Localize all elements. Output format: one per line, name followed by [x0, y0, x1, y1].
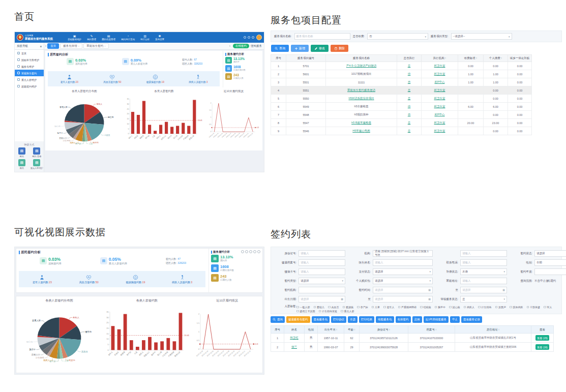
table-row[interactable]: 85547 h5 B超常规检查 是 村卫生室 20.0023.000.00: [271, 119, 532, 127]
person-name-link[interactable]: 韩卫红: [290, 336, 299, 339]
checkbox[interactable]: [527, 306, 529, 309]
tab-1[interactable]: 服务包管理×: [60, 43, 82, 49]
sidebar-item-5[interactable]: 超期退约维护: [15, 83, 44, 89]
sign-action-button-3[interactable]: 打印协议: [331, 316, 346, 323]
checkbox[interactable]: [510, 306, 512, 309]
table-row[interactable]: 35501 11111 否 村P中心 1.001.000.00: [271, 78, 532, 86]
exec-flag-link[interactable]: 是: [408, 88, 411, 92]
checkbox[interactable]: [435, 306, 437, 309]
item-name-link[interactable]: h5 B超常规检查: [351, 121, 371, 124]
item-name-link[interactable]: H5常规心电图: [352, 129, 370, 132]
delete-button[interactable]: 删除: [331, 45, 348, 52]
form-select[interactable]: 是▾: [460, 296, 507, 303]
person-name-link[interactable]: 张三: [291, 345, 297, 348]
sign-action-button-2[interactable]: 查看服务包: [312, 316, 330, 323]
form-input[interactable]: 济南.历城区(历城).街27.xxx.山东省立医院.1号区: [373, 250, 433, 257]
checkbox[interactable]: [398, 306, 401, 309]
search-select-2[interactable]: --请选择--▾: [451, 33, 512, 40]
sign-action-button-7[interactable]: 有效签约: [396, 316, 411, 323]
date-picker[interactable]: 请选择▦: [460, 287, 507, 293]
population-tag-0[interactable]: 一般人群: [296, 306, 310, 309]
checkbox[interactable]: [319, 310, 321, 313]
column-header[interactable]: 年龄↕: [344, 326, 360, 334]
sign-action-button-6[interactable]: 续签服务包: [376, 316, 394, 323]
org-link[interactable]: 村P中心: [434, 80, 444, 83]
population-tag-16[interactable]: 军人: [544, 306, 552, 309]
checkbox[interactable]: [343, 306, 345, 309]
sign-action-button-0[interactable]: 查询: [271, 316, 285, 323]
top-menu-item-3[interactable]: ◔ 签约统计查询: [121, 35, 135, 41]
column-header[interactable]: 出生年月↕: [318, 326, 344, 334]
exec-flag-link[interactable]: 待: [408, 72, 411, 75]
close-tab-icon[interactable]: ×: [104, 45, 105, 47]
org-link[interactable]: 村卫生室: [434, 64, 445, 67]
form-input[interactable]: 请输入: [460, 259, 507, 266]
population-tag-14[interactable]: 肢体残疾: [510, 306, 523, 309]
form-select[interactable]: 请选择▾: [373, 278, 433, 284]
tab-2[interactable]: 家庭医生签约×: [83, 43, 108, 49]
view-button[interactable]: 查看 (15): [535, 335, 549, 341]
exec-flag-link[interactable]: 否: [408, 113, 411, 116]
date-picker[interactable]: 请选择▦: [373, 287, 433, 293]
form-input[interactable]: [299, 287, 345, 293]
column-header[interactable]: 执行机构↕: [422, 55, 458, 62]
org-link[interactable]: 村卫生室: [434, 105, 445, 108]
population-tag-2[interactable]: 高血压: [328, 306, 339, 309]
org-link[interactable]: 村卫生室: [434, 88, 445, 92]
user-avatar[interactable]: [256, 35, 262, 40]
item-name-link[interactable]: 产4-5-公卫随访产妇随访: [346, 64, 376, 67]
item-name-link[interactable]: 家庭医生签约服务随访: [347, 88, 375, 92]
org-link[interactable]: 村卫生室: [434, 97, 445, 100]
table-row[interactable]: 65549 h5全膝检查 待 村卫生室 6.006.000.00: [271, 103, 532, 111]
form-input[interactable]: 请输入: [460, 250, 507, 257]
population-tag-8[interactable]: 结核病: [420, 306, 431, 309]
date-picker[interactable]: 请选择▦: [373, 296, 433, 303]
sidebar-item-1[interactable]: 国标库字典维护: [15, 56, 44, 63]
exec-flag-link[interactable]: 是: [408, 64, 411, 67]
top-menu-item-4[interactable]: ▥ 统计分析: [140, 35, 150, 41]
column-header[interactable]: 身份证号↕: [360, 326, 408, 334]
table-row[interactable]: 95546 H5常规心电图 是 村卫生室 0.000.00: [271, 127, 532, 135]
checkbox[interactable]: [328, 306, 331, 309]
form-input[interactable]: 请输入: [299, 268, 345, 275]
top-menu-item-2[interactable]: ▤ 履约信息管理: [102, 35, 115, 41]
sign-action-button-10[interactable]: 中止: [450, 316, 460, 323]
population-tag-17[interactable]: 建档立卡贫困: [296, 310, 315, 313]
exec-flag-link[interactable]: 否: [408, 80, 411, 83]
close-tab-icon[interactable]: ×: [78, 45, 79, 47]
population-tag-7[interactable]: 严重精神障碍: [398, 306, 417, 309]
org-link[interactable]: 村P中心: [434, 113, 444, 116]
shortcut-2[interactable]: ▤ 履约: [18, 159, 25, 169]
checkbox[interactable]: [449, 306, 452, 309]
sign-action-button-8[interactable]: 启用: [412, 316, 422, 323]
sign-action-button-4[interactable]: 全选: [348, 316, 358, 323]
date-picker[interactable]: 请选择▦: [299, 296, 345, 303]
checkbox[interactable]: [544, 306, 546, 309]
form-input[interactable]: 请输入: [373, 259, 433, 266]
shortcut-0[interactable]: ▤ 签约: [18, 147, 25, 158]
quick-service-button[interactable]: 便民服务: [251, 44, 262, 48]
population-tag-3[interactable]: 糖尿病: [343, 306, 354, 309]
tab-0[interactable]: 首页: [47, 43, 59, 49]
form-select[interactable]: 请选择▾: [534, 250, 566, 257]
form-input[interactable]: 请输入: [299, 259, 345, 266]
form-select[interactable]: 请选择▾: [373, 268, 433, 275]
population-tag-15[interactable]: 干部保健: [527, 306, 541, 309]
checkbox[interactable]: [357, 306, 360, 309]
sign-action-button-11[interactable]: 查看服务记录: [461, 316, 482, 323]
population-tag-19[interactable]: 重点人群: [341, 310, 354, 313]
sign-action-button-5[interactable]: 打印结果: [359, 316, 374, 323]
shortcut-1[interactable]: ▤ 签约·查看: [32, 147, 41, 158]
population-tag-10[interactable]: 冠心病: [449, 306, 460, 309]
population-tag-18[interactable]: 计生特殊家庭: [319, 310, 338, 313]
checkbox[interactable]: [296, 306, 299, 309]
population-tag-13[interactable]: 贫困户: [495, 306, 507, 309]
population-tag-12[interactable]: 计生特殊: [478, 306, 492, 309]
tabs-scroll-right-icon[interactable]: ›: [228, 44, 231, 48]
form-input[interactable]: 请输入: [460, 278, 507, 284]
form-select[interactable]: 全部▾: [534, 259, 566, 266]
column-header[interactable]: 收费标准↕: [458, 55, 484, 62]
top-menu-item-5[interactable]: ✱ 系统设置: [155, 35, 164, 41]
form-select[interactable]: 未缴▾: [460, 268, 507, 275]
exec-flag-link[interactable]: 是: [408, 121, 411, 124]
